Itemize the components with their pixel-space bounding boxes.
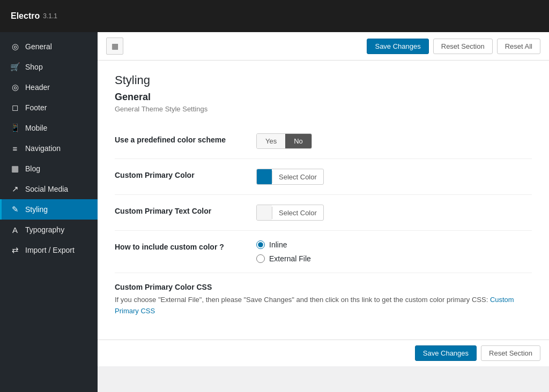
sidebar-label-mobile: Mobile (25, 124, 47, 132)
top-bar: Electro 3.1.1 (0, 0, 549, 32)
color-select-btn-custom-primary-text-color[interactable]: Select Color (256, 205, 324, 221)
footer-icon: ◻ (10, 103, 20, 112)
reset-section-button[interactable]: Reset Section (433, 39, 493, 54)
sidebar-item-header[interactable]: ◎Header (0, 77, 98, 97)
reset-all-button[interactable]: Reset All (497, 39, 540, 54)
sidebar-item-shop[interactable]: 🛒Shop (0, 57, 98, 77)
setting-control-include-custom-color: InlineExternal File (256, 240, 532, 263)
section-title: Styling (115, 73, 532, 87)
navigation-icon: ≡ (10, 144, 20, 153)
shop-icon: 🛒 (10, 62, 20, 72)
sidebar-item-styling[interactable]: ✎Styling (0, 199, 98, 220)
app-logo: Electro (11, 11, 40, 21)
css-section-desc: If you choose "External File", then plea… (115, 295, 532, 317)
yes-button[interactable]: Yes (257, 134, 285, 148)
setting-label-custom-primary-color: Custom Primary Color (115, 169, 243, 179)
subsection-title: General (115, 92, 532, 103)
typography-icon: A (10, 225, 20, 235)
no-button[interactable]: No (285, 134, 311, 148)
radio-item-external[interactable]: External File (256, 254, 311, 263)
grid-icon: ▦ (112, 42, 118, 50)
color-select-btn-custom-primary-color[interactable]: Select Color (256, 169, 324, 185)
sidebar-item-typography[interactable]: ATypography (0, 220, 98, 240)
css-section: Custom Primary Color CSS If you choose "… (115, 273, 532, 327)
bottom-save-button[interactable]: Save Changes (415, 345, 477, 361)
color-select-label-custom-primary-text-color: Select Color (272, 207, 323, 219)
content-area: Styling General General Theme Style Sett… (98, 61, 549, 340)
app-version: 3.1.1 (43, 12, 57, 20)
setting-label-include-custom-color: How to include custom color ? (115, 240, 243, 251)
header-icon: ◎ (10, 82, 20, 92)
css-section-text: If you choose "External File", then plea… (115, 296, 488, 304)
setting-row-include-custom-color: How to include custom color ?InlineExter… (115, 231, 532, 273)
sidebar-label-general: General (25, 42, 52, 51)
radio-label-external: External File (269, 254, 311, 263)
toolbar: ▦ Save Changes Reset Section Reset All (98, 32, 549, 61)
setting-row-custom-primary-text-color: Custom Primary Text ColorSelect Color (115, 195, 532, 231)
save-changes-button[interactable]: Save Changes (367, 39, 428, 54)
sidebar-label-footer: Footer (25, 103, 47, 112)
sidebar-item-navigation[interactable]: ≡Navigation (0, 138, 98, 159)
sidebar: ◎General🛒Shop◎Header◻Footer📱Mobile≡Navig… (0, 32, 98, 392)
sidebar-label-navigation: Navigation (25, 144, 61, 153)
sidebar-item-footer[interactable]: ◻Footer (0, 97, 98, 118)
yes-no-toggle: YesNo (256, 133, 312, 149)
settings-container: Use a predefined color schemeYesNoCustom… (115, 124, 532, 273)
blog-icon: ▦ (10, 164, 20, 174)
section-desc: General Theme Style Settings (115, 105, 532, 113)
color-swatch-custom-primary-color (257, 169, 272, 184)
setting-control-custom-primary-text-color: Select Color (256, 205, 532, 221)
setting-row-predefined-color: Use a predefined color schemeYesNo (115, 124, 532, 159)
import-export-icon: ⇄ (10, 245, 20, 255)
sidebar-label-styling: Styling (25, 205, 48, 214)
setting-label-custom-primary-text-color: Custom Primary Text Color (115, 205, 243, 215)
radio-input-inline[interactable] (256, 240, 265, 249)
mobile-icon: 📱 (10, 123, 20, 133)
bottom-reset-section-button[interactable]: Reset Section (481, 345, 540, 361)
social-media-icon: ↗ (10, 184, 20, 194)
sidebar-item-social-media[interactable]: ↗Social Media (0, 179, 98, 199)
styling-icon: ✎ (10, 205, 20, 214)
main-area: ▦ Save Changes Reset Section Reset All S… (98, 32, 549, 392)
radio-item-inline[interactable]: Inline (256, 240, 311, 249)
radio-input-external[interactable] (256, 254, 265, 263)
radio-group-include-custom-color: InlineExternal File (256, 240, 311, 263)
setting-control-custom-primary-color: Select Color (256, 169, 532, 185)
sidebar-item-blog[interactable]: ▦Blog (0, 159, 98, 179)
setting-row-custom-primary-color: Custom Primary ColorSelect Color (115, 159, 532, 195)
sidebar-label-blog: Blog (25, 164, 40, 173)
color-swatch-custom-primary-text-color (257, 205, 272, 220)
grid-icon-button[interactable]: ▦ (106, 37, 123, 55)
sidebar-label-social-media: Social Media (25, 185, 68, 193)
sidebar-item-general[interactable]: ◎General (0, 36, 98, 57)
bottom-toolbar: Save Changes Reset Section (98, 340, 549, 366)
sidebar-label-import-export: Import / Export (25, 246, 75, 254)
sidebar-item-mobile[interactable]: 📱Mobile (0, 118, 98, 138)
setting-label-predefined-color: Use a predefined color scheme (115, 133, 243, 144)
general-icon: ◎ (10, 42, 20, 51)
sidebar-label-typography: Typography (25, 225, 64, 234)
sidebar-label-header: Header (25, 83, 50, 92)
main-layout: ◎General🛒Shop◎Header◻Footer📱Mobile≡Navig… (0, 32, 549, 392)
radio-label-inline: Inline (269, 240, 287, 249)
css-section-title: Custom Primary Color CSS (115, 283, 532, 291)
sidebar-label-shop: Shop (25, 63, 43, 71)
setting-control-predefined-color: YesNo (256, 133, 532, 149)
color-select-label-custom-primary-color: Select Color (272, 171, 323, 183)
sidebar-item-import-export[interactable]: ⇄Import / Export (0, 240, 98, 260)
